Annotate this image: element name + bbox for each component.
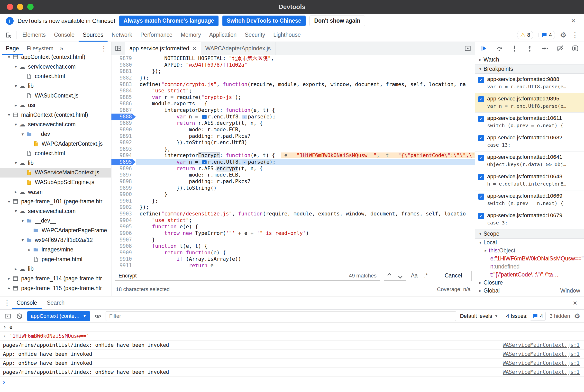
line-number[interactable]: 9894 [112,152,136,159]
line-number[interactable]: 9881 [112,68,136,75]
resume-script-icon[interactable] [480,44,488,53]
chevron-right-icon[interactable]: ▸ [477,288,483,293]
line-number[interactable]: 9898 [112,178,136,185]
breakpoint-entry[interactable]: ✓app-service.js:formatted:10648h = e.def… [475,171,584,190]
inspect-element-icon[interactable] [3,28,15,42]
console-prompt[interactable]: › [0,377,584,392]
console-source-link[interactable]: WAServiceMainContext.js:1 [503,360,579,366]
chevron-down-icon[interactable]: ▾ [477,240,483,245]
tree-item[interactable]: ▸page-frame_114 (page-frame.htr [0,274,111,284]
line-number[interactable]: 9907 [112,236,136,243]
scope-variable[interactable]: ▸this: Object [475,246,584,254]
line-number[interactable]: 9902 [112,204,136,210]
tree-item[interactable]: ▸☁lib [0,264,111,274]
inline-breakpoint-marker[interactable]: ▸ [202,160,207,164]
tree-item[interactable]: ▾☁servicewechat.com [0,62,111,72]
breakpoint-checkbox[interactable]: ✓ [478,174,484,180]
tree-item[interactable]: WASubAppSclEngine.js [0,178,111,187]
cancel-search-button[interactable]: Cancel [435,271,472,281]
line-number[interactable]: 9906 [112,230,136,236]
watch-section-header[interactable]: ▸ Watch [475,55,584,64]
tree-item[interactable]: ▾appContext (context.html) [0,52,111,62]
line-number[interactable]: 9892 [112,139,136,146]
breakpoints-section-header[interactable]: ▾ Breakpoints [475,64,584,74]
chevron-down-icon[interactable]: ▾ [13,64,19,69]
tab-memory[interactable]: Memory [177,28,205,42]
step-into-icon[interactable] [510,44,519,53]
breakpoint-entry[interactable]: ✓app-service.js:formatted:10632case 13: [475,132,584,152]
tree-item[interactable]: context.html [0,148,111,158]
chevron-right-icon[interactable]: ▸ [13,189,19,194]
tree-item[interactable]: ▾wx94ff69787ff1d02a/12 [0,235,111,245]
line-number[interactable]: 9893 [112,146,136,152]
clear-console-icon[interactable] [16,312,23,320]
match-chrome-language-button[interactable]: Always match Chrome's language [119,16,219,26]
line-number[interactable]: 9903 [112,210,136,217]
execution-context-selector[interactable]: appContext (conte… ▼ [27,311,90,321]
editor-tab[interactable]: WAPCAdapterAppIndex.js [201,42,275,55]
chevron-down-icon[interactable]: ▾ [20,237,26,243]
tab-performance[interactable]: Performance [136,28,177,42]
scope-variable[interactable]: t: "{\"patientCode\":\"\",\"ta… [475,271,584,279]
chevron-down-icon[interactable]: ▾ [13,160,19,166]
line-number[interactable]: 9880 [112,62,136,68]
line-number[interactable]: 9910 [112,256,136,262]
live-expression-eye-icon[interactable] [94,312,102,320]
tree-item[interactable]: WAPCAdapterContext.js [0,139,111,148]
breakpoint-entry[interactable]: ✓app-service.js:formatted:10611switch (o… [475,112,584,132]
scope-section-header[interactable]: ▾ Scope [475,229,584,238]
chevron-right-icon[interactable]: ▸ [26,247,33,252]
tree-item[interactable]: ▸☁usr [0,100,111,110]
drawer-kebab-icon[interactable]: ⋮ [3,296,12,309]
step-icon[interactable] [540,44,549,53]
tree-item[interactable]: WAServiceMainContext.js [0,168,111,178]
tree-item[interactable]: ▾☁servicewechat.com [0,120,111,129]
console-settings-gear-icon[interactable]: ⚙ [574,313,580,320]
tree-item[interactable]: ▸☁wasm [0,187,111,197]
close-window-button[interactable] [7,4,13,10]
chevron-right-icon[interactable]: ▸ [13,102,19,108]
tab-lighthouse[interactable]: Lighthouse [269,28,305,42]
line-number[interactable]: 9905 [112,224,136,230]
breakpoint-checkbox[interactable]: ✓ [478,135,484,141]
search-input[interactable] [119,272,349,279]
line-number[interactable]: 9908 [112,243,136,250]
step-over-icon[interactable] [495,44,504,53]
match-case-toggle[interactable]: Aa [409,272,419,279]
tab-network[interactable]: Network [108,28,136,42]
inline-breakpoint-marker[interactable]: ▸ [242,160,247,164]
tree-item[interactable]: ▸images/mine [0,245,111,254]
tab-security[interactable]: Security [241,28,269,42]
close-tab-icon[interactable]: × [193,45,196,52]
chevron-down-icon[interactable]: ▾ [6,54,12,60]
console-sidebar-toggle-icon[interactable] [4,312,12,320]
scope-section-closure[interactable]: ▸Closure [475,279,584,287]
inline-breakpoint-marker[interactable]: ▸ [202,115,207,119]
scope-variable[interactable]: n: undefined [475,263,584,271]
issues-counter[interactable]: 4 Issues: 4 [506,312,545,320]
chevron-down-icon[interactable]: ▾ [13,84,19,89]
chevron-right-icon[interactable]: ▸ [477,280,483,285]
tab-console[interactable]: Console [12,296,42,309]
editor-tab[interactable]: app-service.js:formatted× [125,42,201,55]
tree-item[interactable]: ▾☁servicewechat.com [0,206,111,216]
tab-search[interactable]: Search [42,296,69,309]
breakpoint-checkbox[interactable]: ✓ [478,116,484,122]
chevron-down-icon[interactable]: ▾ [13,122,19,127]
tree-item[interactable]: ▾mainContext (context.html) [0,110,111,120]
line-number[interactable]: 9891 [112,133,136,140]
line-number[interactable]: 9886 [112,100,136,107]
breakpoint-checkbox[interactable]: ✓ [478,213,484,219]
chevron-right-icon[interactable]: ▸ [13,266,19,272]
close-drawer-icon[interactable]: × [573,296,581,309]
kebab-menu-icon[interactable]: ⋮ [571,31,579,39]
zoom-window-button[interactable] [27,4,34,10]
line-number[interactable]: 9889 [112,120,136,126]
chevron-right-icon[interactable]: ▸ [6,286,12,291]
tree-item[interactable]: ▾page-frame_101 (page-frame.htr [0,197,111,206]
issues-chip[interactable]: 4 [530,312,545,320]
line-number[interactable]: 9879 [112,55,136,62]
breakpoint-checkbox[interactable]: ✓ [478,155,484,161]
line-number[interactable]: 9883 [112,81,136,88]
breakpoint-entry[interactable]: ✓app-service.js:formatted:9888var n = r.… [475,74,584,93]
